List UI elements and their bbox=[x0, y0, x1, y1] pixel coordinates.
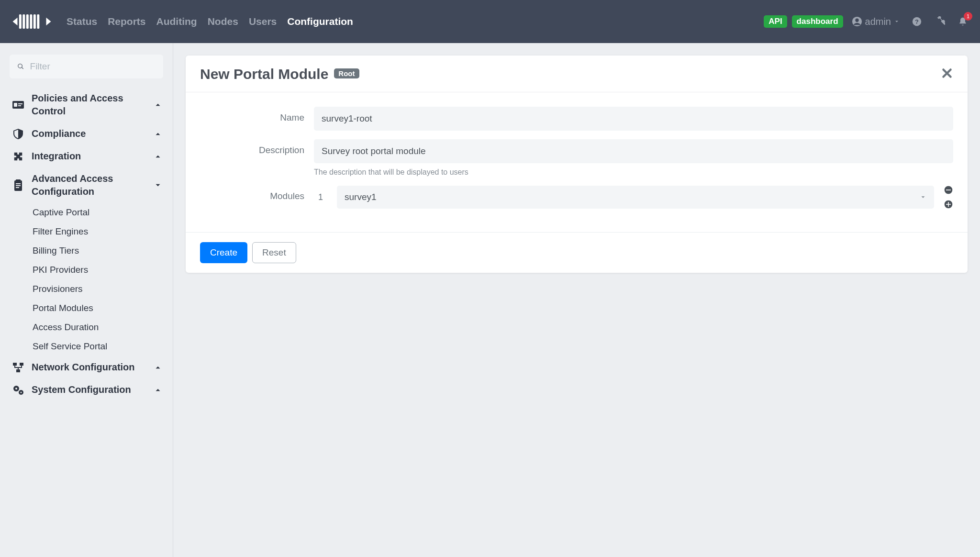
tools-icon[interactable] bbox=[934, 16, 946, 27]
user-icon bbox=[852, 16, 862, 27]
label-name: Name bbox=[200, 107, 314, 123]
caret-down-icon bbox=[920, 194, 926, 201]
chevron-up-icon bbox=[154, 152, 162, 161]
sidebar-item-captive-portal[interactable]: Captive Portal bbox=[0, 203, 173, 222]
svg-rect-21 bbox=[16, 187, 19, 188]
cogs-icon bbox=[11, 385, 26, 395]
nav-reports[interactable]: Reports bbox=[108, 16, 145, 27]
card-header: New Portal Module Root bbox=[186, 56, 968, 92]
sidebar-label: Advanced Access Configuration bbox=[32, 172, 154, 198]
svg-rect-22 bbox=[13, 363, 17, 366]
svg-point-9 bbox=[855, 19, 858, 22]
sidebar-item-access-duration[interactable]: Access Duration bbox=[0, 318, 173, 337]
svg-rect-1 bbox=[19, 14, 22, 29]
sidebar-group-system[interactable]: System Configuration bbox=[0, 379, 173, 401]
svg-rect-19 bbox=[16, 183, 21, 184]
shield-icon bbox=[11, 129, 26, 139]
page-title: New Portal Module bbox=[200, 66, 328, 82]
nav-configuration[interactable]: Configuration bbox=[287, 16, 353, 27]
sidebar-label: Compliance bbox=[32, 127, 154, 140]
svg-text:?: ? bbox=[915, 18, 919, 25]
search-icon bbox=[17, 63, 24, 70]
user-name: admin bbox=[865, 16, 891, 27]
bell-icon[interactable]: 1 bbox=[957, 16, 969, 27]
app-logo bbox=[11, 10, 52, 33]
remove-row-icon[interactable] bbox=[944, 185, 953, 195]
label-description: Description bbox=[200, 139, 314, 156]
add-row-icon[interactable] bbox=[944, 200, 953, 209]
chevron-up-icon bbox=[154, 130, 162, 138]
user-menu[interactable]: admin bbox=[852, 16, 900, 27]
nav-nodes[interactable]: Nodes bbox=[208, 16, 238, 27]
nav-auditing[interactable]: Auditing bbox=[156, 16, 197, 27]
sidebar-group-network[interactable]: Network Configuration bbox=[0, 356, 173, 379]
svg-rect-3 bbox=[26, 14, 29, 29]
svg-rect-5 bbox=[33, 14, 36, 29]
chevron-up-icon bbox=[154, 363, 162, 372]
sidebar: Policies and Access Control Compliance I… bbox=[0, 43, 173, 557]
puzzle-icon bbox=[11, 151, 26, 162]
module-select-value: survey1 bbox=[345, 192, 377, 202]
help-icon[interactable]: ? bbox=[911, 16, 923, 27]
network-icon bbox=[11, 363, 26, 372]
sidebar-item-billing-tiers[interactable]: Billing Tiers bbox=[0, 241, 173, 260]
sidebar-label: System Configuration bbox=[32, 383, 154, 396]
row-controls bbox=[944, 185, 953, 209]
module-select[interactable]: survey1 bbox=[337, 186, 934, 209]
type-tag: Root bbox=[334, 68, 359, 78]
svg-rect-33 bbox=[948, 202, 949, 207]
sidebar-label: Network Configuration bbox=[32, 361, 154, 374]
reset-button[interactable]: Reset bbox=[252, 242, 296, 263]
nav-users[interactable]: Users bbox=[249, 16, 277, 27]
sidebar-group-integration[interactable]: Integration bbox=[0, 145, 173, 167]
sidebar-item-pki-providers[interactable]: PKI Providers bbox=[0, 260, 173, 279]
sidebar-group-advanced[interactable]: Advanced Access Configuration bbox=[0, 167, 173, 203]
svg-rect-18 bbox=[16, 179, 21, 182]
card-footer: Create Reset bbox=[186, 232, 968, 273]
portal-module-card: New Portal Module Root Name Description bbox=[186, 56, 968, 273]
svg-marker-0 bbox=[13, 18, 18, 26]
nav-links: Status Reports Auditing Nodes Users Conf… bbox=[67, 16, 353, 27]
description-input[interactable] bbox=[314, 139, 953, 163]
svg-rect-20 bbox=[16, 185, 21, 186]
main-content: New Portal Module Root Name Description bbox=[173, 43, 980, 557]
name-input[interactable] bbox=[314, 107, 953, 131]
svg-rect-13 bbox=[14, 103, 17, 107]
filter-input[interactable] bbox=[30, 61, 156, 72]
clipboard-icon bbox=[11, 179, 26, 191]
svg-rect-4 bbox=[30, 14, 32, 29]
sidebar-item-filter-engines[interactable]: Filter Engines bbox=[0, 222, 173, 241]
svg-point-26 bbox=[15, 388, 17, 390]
sidebar-label: Integration bbox=[32, 150, 154, 163]
card-body: Name Description The description that wi… bbox=[186, 92, 968, 232]
svg-rect-23 bbox=[20, 363, 23, 366]
sidebar-item-provisioners[interactable]: Provisioners bbox=[0, 279, 173, 299]
chevron-up-icon bbox=[154, 386, 162, 394]
module-index: 1 bbox=[314, 192, 327, 202]
chevron-up-icon bbox=[154, 100, 162, 109]
top-navbar: Status Reports Auditing Nodes Users Conf… bbox=[0, 0, 980, 43]
svg-rect-15 bbox=[18, 105, 21, 106]
nav-status[interactable]: Status bbox=[67, 16, 97, 27]
sidebar-item-portal-modules[interactable]: Portal Modules bbox=[0, 299, 173, 318]
close-icon[interactable] bbox=[941, 67, 953, 81]
nav-right-cluster: API dashboard admin ? 1 bbox=[764, 15, 969, 28]
sidebar-item-self-service[interactable]: Self Service Portal bbox=[0, 337, 173, 356]
id-card-icon bbox=[11, 100, 26, 110]
dashboard-badge[interactable]: dashboard bbox=[792, 15, 843, 28]
svg-rect-2 bbox=[22, 14, 25, 29]
sidebar-group-compliance[interactable]: Compliance bbox=[0, 123, 173, 145]
svg-rect-6 bbox=[37, 14, 39, 29]
create-button[interactable]: Create bbox=[200, 242, 247, 263]
svg-rect-24 bbox=[16, 369, 20, 372]
notification-count: 1 bbox=[964, 12, 972, 21]
chevron-down-icon bbox=[154, 181, 162, 189]
api-badge[interactable]: API bbox=[764, 15, 787, 28]
svg-rect-14 bbox=[18, 103, 22, 104]
svg-point-28 bbox=[21, 391, 22, 393]
label-modules: Modules bbox=[200, 185, 314, 201]
description-help: The description that will be displayed t… bbox=[314, 168, 953, 177]
sidebar-filter[interactable] bbox=[10, 55, 163, 78]
caret-down-icon bbox=[894, 19, 900, 24]
sidebar-group-policies[interactable]: Policies and Access Control bbox=[0, 87, 173, 123]
